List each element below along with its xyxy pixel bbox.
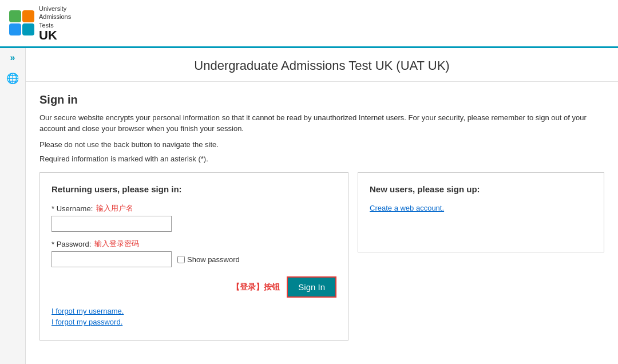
returning-users-title: Returning users, please sign in: [52, 184, 336, 194]
password-field-row: * Password: 输入登录密码 Show password [52, 239, 336, 267]
globe-icon[interactable]: 🌐 [6, 72, 19, 85]
sidebar: » 🌐 [0, 48, 26, 364]
two-col-layout: Returning users, please sign in: * Usern… [39, 172, 604, 341]
new-users-box: New users, please sign up: Create a web … [358, 172, 604, 252]
forgot-username-link[interactable]: I forgot my username. [52, 307, 336, 315]
logo-line2: Admissions [39, 13, 71, 21]
password-row: Show password [52, 251, 336, 267]
logo-line1: University [39, 5, 71, 13]
page-title: Undergraduate Admissions Test UK (UAT UK… [39, 58, 604, 73]
sign-in-button[interactable]: Sign In [287, 276, 336, 298]
header: University Admissions Tests UK [0, 0, 618, 48]
main-content: Undergraduate Admissions Test UK (UAT UK… [26, 48, 618, 364]
layout: » 🌐 Undergraduate Admissions Test UK (UA… [0, 48, 618, 364]
page-title-bar: Undergraduate Admissions Test UK (UAT UK… [26, 48, 618, 82]
signin-box: Returning users, please sign in: * Usern… [39, 172, 348, 341]
show-password-text: Show password [187, 255, 240, 264]
content-area: Sign in Our secure website encrypts your… [26, 82, 618, 353]
show-password-label[interactable]: Show password [177, 255, 240, 264]
info-text-2: Please do not use the back button to nav… [39, 139, 604, 151]
logo-square-green [9, 10, 21, 22]
sidebar-chevron[interactable]: » [10, 53, 15, 63]
logo-container: University Admissions Tests UK [9, 5, 71, 42]
username-annotation: 输入用户名 [96, 203, 133, 213]
username-label-row: * Username: 输入用户名 [52, 203, 336, 213]
password-input[interactable] [52, 251, 172, 267]
username-input[interactable] [52, 216, 172, 232]
logo-square-teal [22, 23, 34, 35]
logo-text: University Admissions Tests UK [39, 5, 71, 42]
password-label-row: * Password: 输入登录密码 [52, 239, 336, 249]
logo-uk: UK [39, 29, 71, 42]
login-annotation: 【登录】按钮 [232, 282, 280, 292]
show-password-checkbox[interactable] [177, 256, 185, 263]
password-annotation: 输入登录密码 [94, 239, 139, 249]
new-users-title: New users, please sign up: [370, 184, 592, 194]
logo-squares [9, 10, 34, 35]
sign-in-heading: Sign in [39, 93, 604, 106]
required-note: Required information is marked with an a… [39, 155, 604, 163]
logo-square-orange [22, 10, 34, 22]
links-section: I forgot my username. I forgot my passwo… [52, 307, 336, 326]
username-field-row: * Username: 输入用户名 [52, 203, 336, 232]
signin-actions: 【登录】按钮 Sign In [52, 276, 336, 298]
password-label: * Password: [52, 240, 91, 248]
forgot-password-link[interactable]: I forgot my password. [52, 318, 336, 326]
info-text-1: Our secure website encrypts your persona… [39, 112, 604, 134]
logo-square-blue [9, 23, 21, 35]
create-account-link[interactable]: Create a web account. [370, 204, 444, 212]
username-label: * Username: [52, 204, 93, 213]
